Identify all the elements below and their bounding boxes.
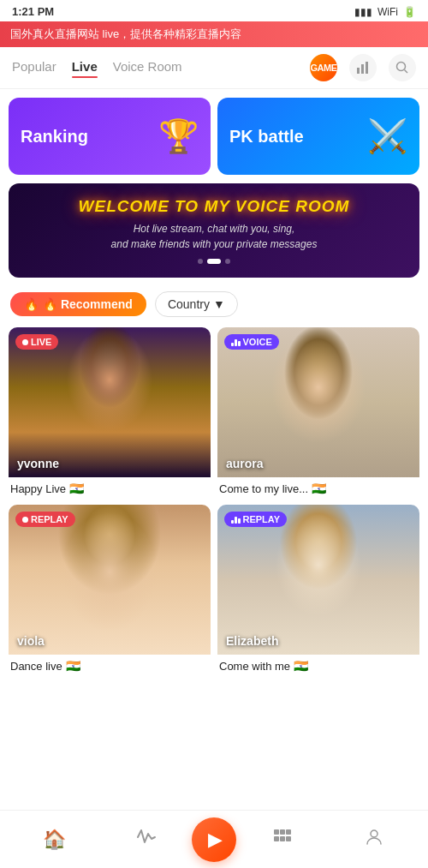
dot-3 (225, 259, 230, 264)
pk-battle-banner[interactable]: PK battle ⚔️ (217, 98, 419, 175)
replay-dot (22, 517, 28, 523)
nav-live-center[interactable]: ▶ (192, 817, 236, 862)
svg-line-4 (405, 70, 408, 74)
nav-community[interactable] (236, 827, 328, 853)
chart-icon (356, 61, 370, 75)
search-icon (395, 61, 409, 75)
chart-button[interactable] (349, 54, 377, 81)
play-icon: ▶ (208, 829, 223, 851)
nav-tabs: Popular Live Voice Room (12, 59, 298, 76)
stream-info-viola: Dance live 🇮🇳 (9, 655, 211, 675)
recommend-button[interactable]: 🔥 🔥 Recommend (10, 292, 146, 316)
filter-row: 🔥 🔥 Recommend Country ▼ (0, 284, 428, 324)
home-icon: 🏠 (43, 829, 66, 851)
bar2 (235, 517, 237, 524)
banner-dots (24, 259, 404, 264)
svg-rect-1 (361, 64, 364, 74)
stream-thumb-elizabeth: REPLAY Elizabeth (217, 505, 419, 655)
svg-rect-10 (286, 836, 291, 841)
profile-icon (364, 827, 384, 853)
streamer-name-aurora: aurora (226, 457, 264, 470)
pk-title: PK battle (229, 126, 304, 147)
replay-voice-badge-elizabeth: REPLAY (224, 512, 287, 527)
top-banner-text: 国外真火直播网站 live，提供各种精彩直播内容 (10, 27, 241, 40)
bar3 (238, 341, 241, 346)
replay-voice-label: REPLAY (243, 514, 281, 524)
stream-title-elizabeth: Come with me 🇮🇳 (219, 659, 418, 673)
country-dropdown[interactable]: Country ▼ (155, 291, 238, 317)
stream-card-aurora[interactable]: VOICE aurora Come to my live... 🇮🇳 (217, 327, 419, 498)
streamer-name-yvonne: yvonne (17, 457, 59, 470)
status-icons: ▮▮▮ WiFi 🔋 (354, 6, 416, 18)
bar1 (231, 520, 234, 524)
tab-live[interactable]: Live (72, 59, 98, 76)
country-label: Country (168, 297, 210, 311)
stream-info-yvonne: Happy Live 🇮🇳 (9, 477, 211, 498)
streamer-name-viola: viola (17, 634, 45, 648)
stream-info-aurora: Come to my live... 🇮🇳 (217, 477, 419, 498)
game-button[interactable]: GAME (310, 54, 337, 81)
signal-icon: ▮▮▮ (354, 6, 372, 18)
nav-activity[interactable] (100, 827, 192, 853)
svg-rect-6 (280, 829, 285, 835)
stream-flag-viola: 🇮🇳 (66, 659, 80, 673)
voice-label: VOICE (243, 337, 272, 347)
bottom-nav: 🏠 ▶ (0, 810, 428, 868)
tab-voice-room[interactable]: Voice Room (113, 59, 182, 76)
stream-title-text: Dance live (10, 660, 62, 673)
stream-title-text: Happy Live (10, 482, 66, 495)
stream-card-yvonne[interactable]: LIVE yvonne Happy Live 🇮🇳 (9, 327, 211, 498)
battery-icon: 🔋 (403, 6, 416, 18)
stream-thumb-viola: REPLAY viola (9, 505, 211, 655)
stream-info-elizabeth: Come with me 🇮🇳 (217, 655, 419, 675)
stream-card-elizabeth[interactable]: REPLAY Elizabeth Come with me 🇮🇳 (217, 505, 419, 675)
bar2 (235, 339, 237, 346)
svg-rect-0 (357, 68, 360, 74)
stream-thumb-aurora: VOICE aurora (217, 327, 419, 477)
hero-banners: Ranking 🏆 PK battle ⚔️ (0, 89, 428, 180)
stream-flag-yvonne: 🇮🇳 (69, 482, 84, 495)
svg-rect-8 (274, 836, 279, 841)
stream-flag-aurora: 🇮🇳 (312, 482, 326, 495)
stream-title-text: Come to my live... (219, 482, 308, 495)
nav-bar: Popular Live Voice Room GAME (0, 47, 428, 89)
live-label: LIVE (31, 337, 51, 347)
stream-title-viola: Dance live 🇮🇳 (10, 659, 209, 673)
svg-rect-2 (366, 62, 368, 74)
activity-icon (136, 827, 157, 853)
nav-profile[interactable] (328, 827, 419, 853)
wifi-icon: WiFi (377, 6, 398, 18)
svg-rect-7 (286, 829, 291, 835)
voice-room-subtitle: Hot live stream, chat with you, sing,and… (24, 221, 404, 252)
stream-title-yvonne: Happy Live 🇮🇳 (10, 482, 209, 495)
live-dot (22, 339, 28, 345)
community-icon (272, 827, 293, 853)
stream-flag-elizabeth: 🇮🇳 (294, 659, 308, 673)
voice-room-title: WELCOME TO MY VOICE ROOM (24, 197, 404, 216)
chevron-down-icon: ▼ (213, 297, 225, 311)
pk-icon: ⚔️ (367, 117, 407, 155)
dot-2 (207, 259, 221, 264)
svg-point-11 (371, 830, 377, 837)
bar1 (231, 343, 234, 346)
svg-rect-9 (280, 836, 285, 841)
stream-title-text: Come with me (219, 660, 290, 673)
status-bar: 1:21 PM ▮▮▮ WiFi 🔋 (0, 0, 428, 21)
recommend-label: 🔥 Recommend (43, 297, 133, 311)
stream-grid: LIVE yvonne Happy Live 🇮🇳 VOICE aurora (0, 324, 428, 679)
tab-popular[interactable]: Popular (12, 59, 56, 76)
nav-home[interactable]: 🏠 (9, 829, 100, 851)
ranking-title: Ranking (21, 126, 88, 147)
top-banner: 国外真火直播网站 live，提供各种精彩直播内容 (0, 21, 428, 47)
ranking-banner[interactable]: Ranking 🏆 (9, 98, 211, 175)
live-badge-yvonne: LIVE (15, 334, 58, 350)
voice-bars-2 (231, 515, 241, 524)
replay-label: REPLAY (31, 514, 68, 524)
voice-room-banner[interactable]: WELCOME TO MY VOICE ROOM Hot live stream… (9, 183, 419, 278)
search-button[interactable] (389, 54, 416, 81)
ranking-icon: 🏆 (158, 117, 199, 155)
stream-card-viola[interactable]: REPLAY viola Dance live 🇮🇳 (9, 505, 211, 675)
fire-icon: 🔥 (24, 297, 39, 311)
voice-bars (231, 338, 241, 346)
svg-point-3 (397, 63, 406, 71)
